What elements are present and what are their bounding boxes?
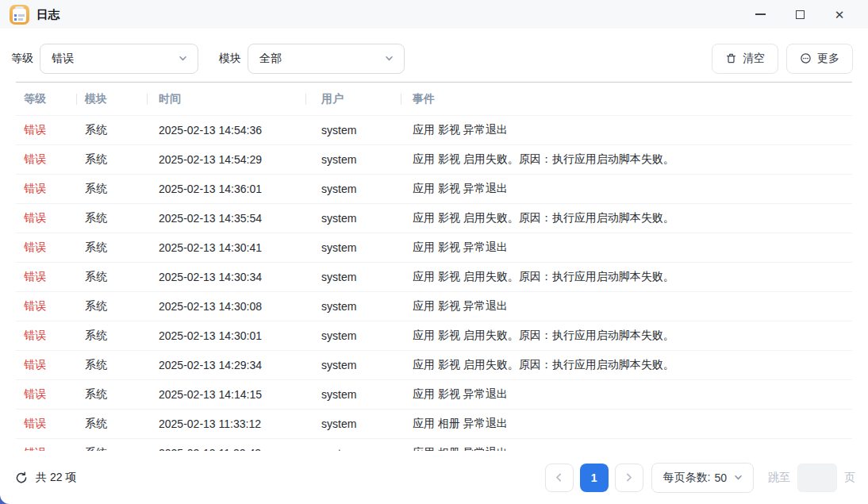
log-module-cell: 系统 <box>76 270 147 284</box>
log-level-cell: 错误 <box>16 240 76 255</box>
log-event-cell: 应用 影视 异常退出 <box>401 387 852 402</box>
filter-bar: 等级 错误 模块 全部 清空 更多 <box>0 29 868 82</box>
table-row: 错误 系统 2025-02-13 14:54:36 system 应用 影视 异… <box>16 115 852 144</box>
log-table: 等级 模块 时间 用户 事件 错误 系统 2025-02-13 14:54:36… <box>16 82 852 451</box>
log-event-cell: 应用 影视 异常退出 <box>401 240 852 255</box>
log-event-cell: 应用 影视 启用失败。原因：执行应用启动脚本失败。 <box>401 329 852 343</box>
jump-unit-label: 页 <box>844 471 855 485</box>
log-time-cell: 2025-02-13 14:14:15 <box>147 388 305 401</box>
table-row: 错误 系统 2025-02-13 14:30:01 system 应用 影视 启… <box>16 321 852 350</box>
maximize-button[interactable] <box>790 5 809 24</box>
log-user-cell: system <box>305 271 401 283</box>
log-level-cell: 错误 <box>16 152 76 167</box>
next-page-button[interactable] <box>615 464 643 492</box>
column-header-event: 事件 <box>401 83 852 115</box>
window-title: 日志 <box>36 7 60 22</box>
per-page-value: 50 <box>714 471 727 484</box>
log-time-cell: 2025-02-13 14:30:01 <box>147 329 305 342</box>
titlebar: 日志 ✕ <box>0 0 868 29</box>
table-row: 错误 系统 2025-02-13 14:30:34 system 应用 影视 启… <box>16 262 852 291</box>
chevron-left-icon <box>553 471 565 483</box>
clear-button-label: 清空 <box>743 52 765 66</box>
per-page-label: 每页条数: <box>663 471 711 485</box>
window-controls: ✕ <box>751 5 858 24</box>
log-level-cell: 错误 <box>16 329 76 343</box>
log-time-cell: 2025-02-13 14:54:36 <box>147 124 305 137</box>
minimize-button[interactable] <box>751 5 770 24</box>
refresh-icon <box>15 471 28 484</box>
log-user-cell: system <box>305 183 401 195</box>
log-module-cell: 系统 <box>76 417 147 431</box>
log-level-cell: 错误 <box>16 387 76 402</box>
log-module-cell: 系统 <box>76 240 147 255</box>
log-module-cell: 系统 <box>76 182 147 196</box>
log-event-cell: 应用 影视 启用失败。原因：执行应用启动脚本失败。 <box>401 270 852 284</box>
log-level-cell: 错误 <box>16 182 76 196</box>
footer: 共 22 项 1 每页条数: 50 跳至 页 <box>0 451 868 504</box>
column-header-time: 时间 <box>147 83 305 115</box>
table-row: 错误 系统 2025-02-13 14:29:34 system 应用 影视 启… <box>16 350 852 379</box>
log-user-cell: system <box>305 388 401 401</box>
chevron-down-icon <box>733 472 743 483</box>
jump-page-input[interactable] <box>797 464 837 492</box>
maximize-icon <box>796 10 805 19</box>
log-user-cell: system <box>305 212 401 225</box>
level-select[interactable]: 错误 <box>40 44 198 74</box>
level-select-value: 错误 <box>52 52 178 66</box>
refresh-button[interactable] <box>14 471 29 485</box>
log-level-cell: 错误 <box>16 123 76 137</box>
total-group: 共 22 项 <box>14 471 76 485</box>
log-event-cell: 应用 影视 启用失败。原因：执行应用启动脚本失败。 <box>401 358 852 372</box>
log-event-cell: 应用 影视 异常退出 <box>401 299 852 314</box>
table-row: 错误 系统 2025-02-13 14:35:54 system 应用 影视 启… <box>16 203 852 233</box>
circle-ellipsis-icon <box>800 52 812 64</box>
log-module-cell: 系统 <box>76 299 147 314</box>
log-level-cell: 错误 <box>16 358 76 372</box>
table-row: 错误 系统 2025-02-13 14:36:01 system 应用 影视 异… <box>16 174 852 203</box>
column-header-module: 模块 <box>76 83 147 115</box>
log-module-cell: 系统 <box>76 123 147 137</box>
log-time-cell: 2025-02-13 14:35:54 <box>147 212 305 225</box>
log-level-cell: 错误 <box>16 270 76 284</box>
log-module-cell: 系统 <box>76 152 147 167</box>
log-time-cell: 2025-02-13 14:30:41 <box>147 241 305 254</box>
log-time-cell: 2025-02-13 14:30:34 <box>147 271 305 283</box>
log-user-cell: system <box>305 329 401 342</box>
total-items-text: 共 22 项 <box>36 471 76 485</box>
table-row: 错误 系统 2025-02-13 14:30:41 system 应用 影视 异… <box>16 233 852 262</box>
log-user-cell: system <box>305 300 401 313</box>
log-user-cell: system <box>305 241 401 254</box>
log-level-cell: 错误 <box>16 417 76 431</box>
log-event-cell: 应用 影视 启用失败。原因：执行应用启动脚本失败。 <box>401 152 852 167</box>
chevron-right-icon <box>623 471 635 483</box>
log-module-cell: 系统 <box>76 387 147 402</box>
module-select[interactable]: 全部 <box>248 44 405 74</box>
log-user-cell: system <box>305 124 401 137</box>
jump-to-label: 跳至 <box>768 471 790 485</box>
current-page-button[interactable]: 1 <box>580 464 609 492</box>
table-row: 错误 系统 2025-02-13 14:14:15 system 应用 影视 异… <box>16 379 852 409</box>
module-select-value: 全部 <box>259 52 384 66</box>
log-clipboard-icon <box>10 5 29 25</box>
log-time-cell: 2025-02-13 14:30:08 <box>147 300 305 313</box>
table-row: 错误 系统 2025-02-13 11:33:12 system 应用 相册 异… <box>16 409 852 438</box>
clear-button[interactable]: 清空 <box>712 44 778 74</box>
toolbar: 清空 更多 <box>712 44 853 74</box>
table-row: 错误 系统 2025-02-13 14:54:29 system 应用 影视 启… <box>16 144 852 174</box>
close-button[interactable]: ✕ <box>830 5 849 24</box>
module-label: 模块 <box>219 52 241 66</box>
log-level-cell: 错误 <box>16 211 76 225</box>
log-level-cell: 错误 <box>16 299 76 314</box>
chevron-down-icon <box>178 53 188 63</box>
table-body: 错误 系统 2025-02-13 14:54:36 system 应用 影视 异… <box>16 115 852 451</box>
prev-page-button[interactable] <box>545 464 574 492</box>
log-time-cell: 2025-02-13 11:33:12 <box>147 417 305 430</box>
column-header-user: 用户 <box>305 83 401 115</box>
more-button[interactable]: 更多 <box>786 44 853 74</box>
log-time-cell: 2025-02-13 14:29:34 <box>147 359 305 371</box>
log-event-cell: 应用 影视 启用失败。原因：执行应用启动脚本失败。 <box>401 211 852 225</box>
per-page-select[interactable]: 每页条数: 50 <box>651 463 754 493</box>
chevron-down-icon <box>384 53 394 63</box>
log-event-cell: 应用 影视 异常退出 <box>401 182 852 196</box>
log-user-cell: system <box>305 417 401 430</box>
